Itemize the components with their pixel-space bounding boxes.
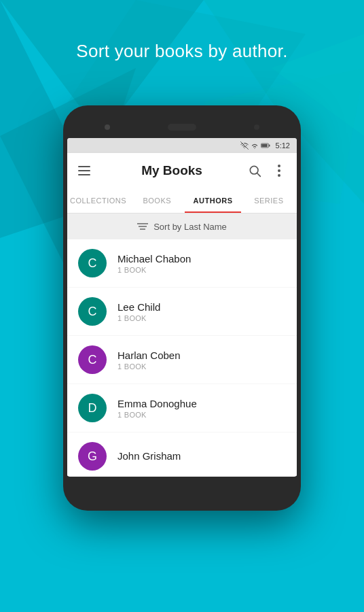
author-info-donoghue: Emma Donoghue 1 BOOK	[117, 398, 286, 419]
author-name-child: Lee Child	[117, 301, 286, 313]
author-avatar-donoghue: D	[78, 394, 107, 422]
phone-screen: 5:12 My Books	[67, 138, 297, 477]
menu-line-3	[78, 174, 90, 175]
author-info-child: Lee Child 1 BOOK	[117, 301, 286, 322]
toolbar: My Books	[67, 153, 297, 188]
phone-bezel-bottom	[67, 477, 297, 497]
sort-label: Sort by Last Name	[153, 222, 227, 232]
toolbar-actions	[245, 161, 289, 180]
svg-rect-8	[261, 144, 268, 148]
status-time: 5:12	[276, 141, 290, 150]
author-item-donoghue[interactable]: D Emma Donoghue 1 BOOK	[67, 384, 297, 432]
phone-camera	[105, 124, 110, 130]
tab-series[interactable]: SERIES	[241, 188, 297, 213]
search-button[interactable]	[245, 161, 264, 180]
author-list: C Michael Chabon 1 BOOK C Lee Child 1 BO…	[67, 239, 297, 476]
headline: Sort your books by author.	[0, 41, 364, 62]
battery-icon	[261, 142, 270, 149]
author-info-chabon: Michael Chabon 1 BOOK	[117, 253, 286, 274]
sort-bar[interactable]: Sort by Last Name	[67, 214, 297, 239]
tab-collections[interactable]: COLLECTIONS	[67, 188, 129, 213]
author-count-child: 1 BOOK	[117, 314, 286, 322]
phone-bezel-top	[67, 116, 297, 138]
svg-line-11	[257, 173, 261, 177]
author-initial-donoghue: D	[88, 401, 97, 415]
status-icons	[240, 141, 270, 150]
sort-icon	[137, 222, 148, 231]
author-count-chabon: 1 BOOK	[117, 266, 286, 274]
author-item-grisham[interactable]: G John Grisham	[67, 432, 297, 476]
author-name-coben: Harlan Coben	[117, 350, 286, 361]
author-avatar-grisham: G	[78, 442, 107, 471]
author-initial-grisham: G	[88, 449, 97, 464]
author-item-child[interactable]: C Lee Child 1 BOOK	[67, 288, 297, 335]
menu-button[interactable]	[75, 163, 93, 178]
author-initial-chabon: C	[88, 256, 97, 271]
author-initial-child: C	[88, 305, 97, 319]
svg-rect-9	[269, 145, 270, 147]
author-avatar-child: C	[78, 297, 107, 326]
phone-speaker	[168, 124, 196, 131]
status-bar: 5:12	[67, 138, 297, 153]
author-avatar-chabon: C	[78, 249, 107, 277]
tab-books[interactable]: BOOKS	[129, 188, 185, 213]
more-button[interactable]	[270, 161, 289, 180]
app-title: My Books	[98, 163, 245, 178]
svg-point-12	[278, 165, 280, 167]
more-icon	[278, 165, 280, 177]
author-item-chabon[interactable]: C Michael Chabon 1 BOOK	[67, 239, 297, 287]
author-avatar-coben: C	[78, 345, 107, 374]
svg-point-14	[278, 174, 280, 177]
author-initial-coben: C	[88, 353, 97, 367]
author-name-grisham: John Grisham	[117, 450, 286, 462]
author-count-donoghue: 1 BOOK	[117, 411, 286, 419]
search-icon	[248, 164, 261, 177]
wifi-icon	[251, 142, 259, 149]
signal-icon	[240, 141, 249, 150]
phone-sensor	[254, 124, 259, 130]
author-info-coben: Harlan Coben 1 BOOK	[117, 350, 286, 371]
author-item-coben[interactable]: C Harlan Coben 1 BOOK	[67, 336, 297, 384]
author-name-donoghue: Emma Donoghue	[117, 398, 286, 409]
author-name-chabon: Michael Chabon	[117, 253, 286, 265]
phone-frame: 5:12 My Books	[63, 105, 301, 511]
tabs-bar: COLLECTIONS BOOKS AUTHORS SERIES	[67, 188, 297, 214]
author-count-coben: 1 BOOK	[117, 362, 286, 371]
author-info-grisham: John Grisham	[117, 450, 286, 463]
menu-line-1	[78, 166, 90, 167]
svg-point-13	[278, 169, 280, 172]
menu-line-2	[78, 170, 90, 171]
tab-authors[interactable]: AUTHORS	[185, 188, 240, 213]
